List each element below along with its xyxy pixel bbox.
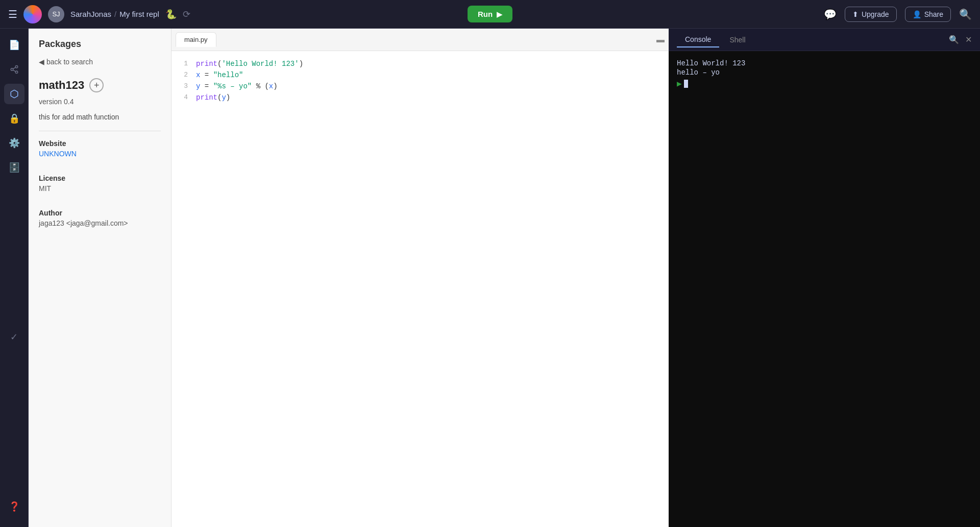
topbar-left: ☰ SJ SarahJonas / My first repl 🐍 ⟳ bbox=[8, 5, 461, 23]
line-content-1: print('Hello World! 123') bbox=[196, 60, 303, 68]
replit-logo[interactable] bbox=[23, 5, 42, 23]
package-description: this for add math function bbox=[29, 109, 171, 131]
run-label: Run bbox=[478, 10, 493, 18]
sidebar-item-packages[interactable] bbox=[4, 84, 24, 104]
back-to-search-button[interactable]: ◀ back to search bbox=[29, 56, 171, 74]
svg-point-1 bbox=[11, 68, 13, 71]
package-version: version 0.4 bbox=[29, 94, 171, 109]
editor-tabs: main.py ▬ bbox=[172, 29, 669, 51]
share-button[interactable]: 👤 Share bbox=[905, 7, 951, 22]
code-editor[interactable]: 1 print('Hello World! 123') 2 x = "hello… bbox=[172, 51, 669, 527]
topbar-center: Run ▶ bbox=[468, 6, 512, 22]
breadcrumb-separator: / bbox=[114, 10, 116, 18]
code-line-1: 1 print('Hello World! 123') bbox=[172, 59, 669, 70]
sidebar-item-files[interactable]: 📄 bbox=[4, 35, 24, 55]
prompt-arrow-icon: ▶ bbox=[677, 79, 682, 89]
topbar-right: 💬 ⬆ Upgrade 👤 Share 🔍 bbox=[519, 7, 972, 22]
console-close-icon[interactable]: ✕ bbox=[965, 35, 972, 44]
hamburger-icon[interactable]: ☰ bbox=[8, 8, 17, 20]
editor-tab-actions: ▬ bbox=[656, 35, 665, 44]
console-tab-label: Console bbox=[685, 35, 711, 43]
upgrade-icon: ⬆ bbox=[852, 10, 859, 18]
svg-line-3 bbox=[13, 70, 15, 71]
run-button[interactable]: Run ▶ bbox=[468, 6, 512, 22]
sidebar-item-settings[interactable]: ⚙️ bbox=[4, 133, 24, 153]
line-number-4: 4 bbox=[172, 93, 196, 101]
console-output-line-1: Hello World! 123 bbox=[677, 59, 972, 67]
upgrade-button[interactable]: ⬆ Upgrade bbox=[845, 7, 897, 22]
svg-point-0 bbox=[15, 66, 18, 68]
python-icon: 🐍 bbox=[165, 9, 177, 20]
code-line-4: 4 print(y) bbox=[172, 93, 669, 104]
code-line-3: 3 y = "%s – yo" % (x) bbox=[172, 82, 669, 93]
line-number-2: 2 bbox=[172, 71, 196, 79]
line-content-2: x = "hello" bbox=[196, 71, 243, 79]
line-number-1: 1 bbox=[172, 60, 196, 67]
package-author: Author jaga123 <jaga@gmail.com> bbox=[29, 201, 171, 235]
sidebar-item-share[interactable] bbox=[4, 59, 24, 80]
console-area: Console Shell 🔍 ✕ Hello World! 123 hello… bbox=[669, 29, 980, 527]
sidebar-item-database[interactable]: 🗄️ bbox=[4, 157, 24, 178]
svg-line-4 bbox=[13, 67, 15, 69]
prompt-cursor[interactable] bbox=[684, 80, 688, 88]
website-label: Website bbox=[39, 139, 161, 148]
package-license: License MIT bbox=[29, 166, 171, 201]
upgrade-label: Upgrade bbox=[862, 10, 889, 18]
console-output-line-2: hello – yo bbox=[677, 68, 972, 77]
back-arrow-icon: ◀ bbox=[39, 58, 44, 66]
main-content: 📄 🔒 ⚙️ 🗄️ ✓ ❓ Packages ◀ back to search … bbox=[0, 29, 980, 527]
license-value: MIT bbox=[39, 184, 161, 193]
sidebar-item-help[interactable]: ❓ bbox=[4, 496, 24, 517]
console-prompt: ▶ bbox=[677, 79, 972, 89]
editor-area: main.py ▬ 1 print('Hello World! 123') 2 … bbox=[172, 29, 669, 527]
line-number-3: 3 bbox=[172, 82, 196, 90]
editor-minimize-icon[interactable]: ▬ bbox=[656, 35, 665, 44]
tab-shell[interactable]: Shell bbox=[721, 33, 753, 47]
author-value: jaga123 <jaga@gmail.com> bbox=[39, 219, 161, 227]
sidebar-item-check[interactable]: ✓ bbox=[4, 327, 24, 347]
tab-console[interactable]: Console bbox=[677, 32, 719, 47]
chat-icon[interactable]: 💬 bbox=[824, 8, 837, 20]
project-name-label[interactable]: My first repl bbox=[119, 10, 159, 18]
share-person-icon: 👤 bbox=[913, 10, 921, 18]
console-search-icon[interactable]: 🔍 bbox=[949, 35, 959, 44]
sidebar-item-secrets[interactable]: 🔒 bbox=[4, 108, 24, 129]
svg-point-2 bbox=[15, 71, 18, 74]
code-line-2: 2 x = "hello" bbox=[172, 70, 669, 82]
line-content-4: print(y) bbox=[196, 93, 230, 102]
share-label: Share bbox=[924, 10, 943, 18]
package-website: Website UNKNOWN bbox=[29, 131, 171, 166]
license-label: License bbox=[39, 174, 161, 182]
history-icon[interactable]: ⟳ bbox=[183, 9, 190, 20]
website-value[interactable]: UNKNOWN bbox=[39, 150, 161, 158]
breadcrumb: SarahJonas / My first repl bbox=[70, 10, 159, 18]
add-package-button[interactable]: + bbox=[89, 78, 104, 92]
back-to-search-label: back to search bbox=[46, 58, 93, 66]
sidebar-icons: 📄 🔒 ⚙️ 🗄️ ✓ ❓ bbox=[0, 29, 29, 527]
line-content-3: y = "%s – yo" % (x) bbox=[196, 82, 278, 90]
console-output: Hello World! 123 hello – yo ▶ bbox=[669, 51, 980, 527]
tab-label-main-py: main.py bbox=[184, 36, 208, 43]
packages-header: Packages bbox=[29, 29, 171, 56]
topbar: ☰ SJ SarahJonas / My first repl 🐍 ⟳ Run … bbox=[0, 0, 980, 29]
console-tab-actions: 🔍 ✕ bbox=[949, 35, 972, 44]
package-name: math123 bbox=[39, 79, 84, 92]
author-label: Author bbox=[39, 209, 161, 217]
package-name-row: math123 + bbox=[29, 74, 171, 94]
search-icon[interactable]: 🔍 bbox=[959, 8, 972, 20]
avatar[interactable]: SJ bbox=[48, 6, 64, 22]
editor-tab-main-py[interactable]: main.py bbox=[176, 32, 216, 47]
packages-panel: Packages ◀ back to search math123 + vers… bbox=[29, 29, 172, 527]
play-icon: ▶ bbox=[497, 10, 502, 18]
shell-tab-label: Shell bbox=[729, 36, 745, 44]
username-label[interactable]: SarahJonas bbox=[70, 10, 111, 18]
console-tabs: Console Shell 🔍 ✕ bbox=[669, 29, 980, 51]
